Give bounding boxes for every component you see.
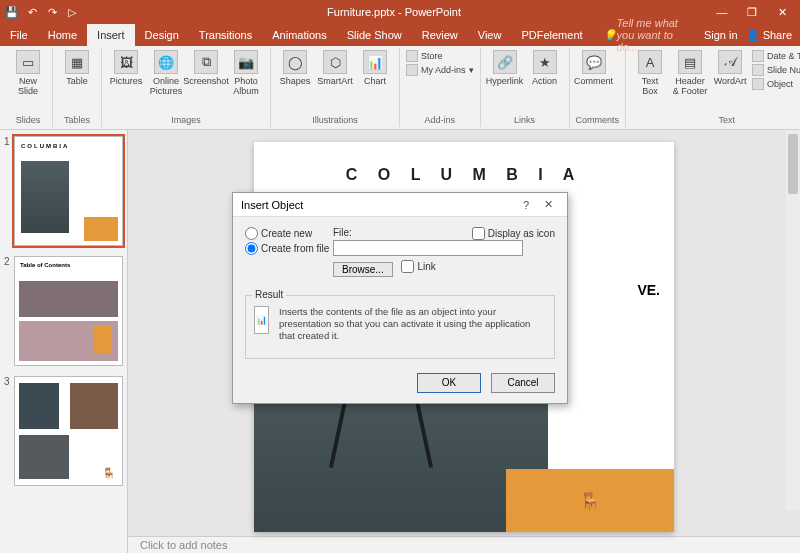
shapes-label: Shapes (280, 76, 311, 86)
minimize-button[interactable]: — (708, 6, 736, 19)
thumb3-block-1 (19, 383, 59, 429)
accent-block: 🪑 (506, 469, 674, 532)
group-slides: ▭New Slide Slides (4, 48, 53, 127)
tab-view[interactable]: View (468, 24, 512, 46)
group-illustrations: ◯Shapes ⬡SmartArt 📊Chart Illustrations (271, 48, 400, 127)
object-button[interactable]: Object (752, 78, 800, 90)
thumb2-row-1 (19, 281, 118, 317)
comment-button[interactable]: 💬Comment (576, 50, 612, 86)
table-button[interactable]: ▦Table (59, 50, 95, 86)
quick-access-toolbar: 💾 ↶ ↷ ▷ (4, 4, 80, 20)
result-box: Result 📊 Inserts the contents of the fil… (245, 295, 555, 359)
pictures-button[interactable]: 🖼Pictures (108, 50, 144, 86)
restore-button[interactable]: ❐ (738, 6, 766, 19)
dialog-help-button[interactable]: ? (515, 199, 537, 211)
tab-review[interactable]: Review (412, 24, 468, 46)
tab-slideshow[interactable]: Slide Show (337, 24, 412, 46)
smartart-button[interactable]: ⬡SmartArt (317, 50, 353, 86)
shapes-button[interactable]: ◯Shapes (277, 50, 313, 86)
group-comments-label: Comments (576, 115, 620, 125)
tab-insert[interactable]: Insert (87, 24, 135, 46)
wordart-button[interactable]: 𝒜WordArt (712, 50, 748, 86)
slide-thumbnail-3[interactable]: 🪑 (14, 376, 123, 486)
thumb3-block-2 (70, 383, 118, 429)
redo-icon[interactable]: ↷ (44, 4, 60, 20)
smartart-label: SmartArt (317, 76, 353, 86)
action-button[interactable]: ★Action (527, 50, 563, 86)
text-box-label: Text Box (642, 76, 659, 96)
thumb2-lamp-image (94, 325, 112, 353)
group-images-label: Images (108, 115, 264, 125)
group-links: 🔗Hyperlink ★Action Links (481, 48, 570, 127)
sign-in-link[interactable]: Sign in (704, 29, 738, 41)
group-images: 🖼Pictures 🌐Online Pictures ⧉Screenshot 📷… (102, 48, 271, 127)
group-text-label: Text (632, 115, 800, 125)
photo-album-button[interactable]: 📷Photo Album (228, 50, 264, 96)
group-tables: ▦Table Tables (53, 48, 102, 127)
slide-number-button[interactable]: Slide Number (752, 64, 800, 76)
thumb3-block-3 (19, 435, 69, 479)
screenshot-label: Screenshot (183, 76, 229, 86)
slide-thumbnail-1[interactable]: COLUMBIA (14, 136, 123, 246)
group-links-label: Links (487, 115, 563, 125)
tab-file[interactable]: File (0, 24, 38, 46)
scrollbar-thumb[interactable] (788, 134, 798, 194)
display-as-icon-checkbox[interactable] (472, 227, 485, 240)
tab-pdfelement[interactable]: PDFelement (511, 24, 592, 46)
file-path-input[interactable] (333, 240, 523, 256)
tab-transitions[interactable]: Transitions (189, 24, 262, 46)
tab-design[interactable]: Design (135, 24, 189, 46)
date-time-button[interactable]: Date & Time (752, 50, 800, 62)
text-box-button[interactable]: AText Box (632, 50, 668, 96)
ok-button[interactable]: OK (417, 373, 481, 393)
wordart-label: WordArt (714, 76, 747, 86)
header-footer-button[interactable]: ▤Header & Footer (672, 50, 708, 96)
table-label: Table (66, 76, 88, 86)
slide-thumbnail-2[interactable]: Table of Contents (14, 256, 123, 366)
dialog-close-button[interactable]: ✕ (537, 198, 559, 211)
chart-button[interactable]: 📊Chart (357, 50, 393, 86)
thumb-number-2: 2 (4, 256, 10, 267)
thumb1-accent-block (84, 217, 118, 241)
group-illustrations-label: Illustrations (277, 115, 393, 125)
vertical-scrollbar[interactable] (786, 130, 800, 510)
create-from-file-label: Create from file (261, 243, 329, 254)
tab-animations[interactable]: Animations (262, 24, 336, 46)
share-label: Share (763, 29, 792, 41)
screenshot-button[interactable]: ⧉Screenshot (188, 50, 224, 86)
start-slideshow-icon[interactable]: ▷ (64, 4, 80, 20)
my-addins-button[interactable]: My Add-ins ▾ (406, 64, 474, 76)
thumb1-title: COLUMBIA (15, 137, 122, 149)
online-pictures-button[interactable]: 🌐Online Pictures (148, 50, 184, 96)
dialog-titlebar: Insert Object ? ✕ (233, 193, 567, 217)
group-addins: Store My Add-ins ▾ Add-ins (400, 48, 481, 127)
comment-label: Comment (574, 76, 613, 86)
create-from-file-radio[interactable]: Create from file (245, 242, 333, 255)
action-label: Action (532, 76, 557, 86)
cancel-button[interactable]: Cancel (491, 373, 555, 393)
hyperlink-label: Hyperlink (486, 76, 524, 86)
chair-icon: 🪑 (579, 490, 601, 512)
notes-pane[interactable]: Click to add notes (128, 536, 800, 553)
tell-me-search[interactable]: 💡 Tell me what you want to do... (593, 24, 704, 46)
close-button[interactable]: ✕ (768, 6, 796, 19)
result-description: Inserts the contents of the file as an o… (279, 306, 546, 342)
tab-home[interactable]: Home (38, 24, 87, 46)
ribbon-tabs: File Home Insert Design Transitions Anim… (0, 24, 800, 46)
group-addins-label: Add-ins (406, 115, 474, 125)
save-icon[interactable]: 💾 (4, 4, 20, 20)
undo-icon[interactable]: ↶ (24, 4, 40, 20)
store-button[interactable]: Store (406, 50, 474, 62)
slide-title: C O L U M B I A (254, 142, 674, 184)
share-button[interactable]: 👤 Share (746, 29, 792, 42)
browse-button[interactable]: Browse... (333, 262, 393, 277)
create-new-radio[interactable]: Create new (245, 227, 333, 240)
thumb-number-1: 1 (4, 136, 10, 147)
hyperlink-button[interactable]: 🔗Hyperlink (487, 50, 523, 86)
link-checkbox[interactable] (401, 260, 414, 273)
new-slide-button[interactable]: ▭New Slide (10, 50, 46, 96)
slide-thumbnail-panel: 1 COLUMBIA 2 Table of Contents 3 🪑 (0, 130, 128, 553)
display-as-icon-label: Display as icon (488, 228, 555, 239)
result-icon: 📊 (254, 306, 269, 334)
store-label: Store (421, 51, 443, 61)
